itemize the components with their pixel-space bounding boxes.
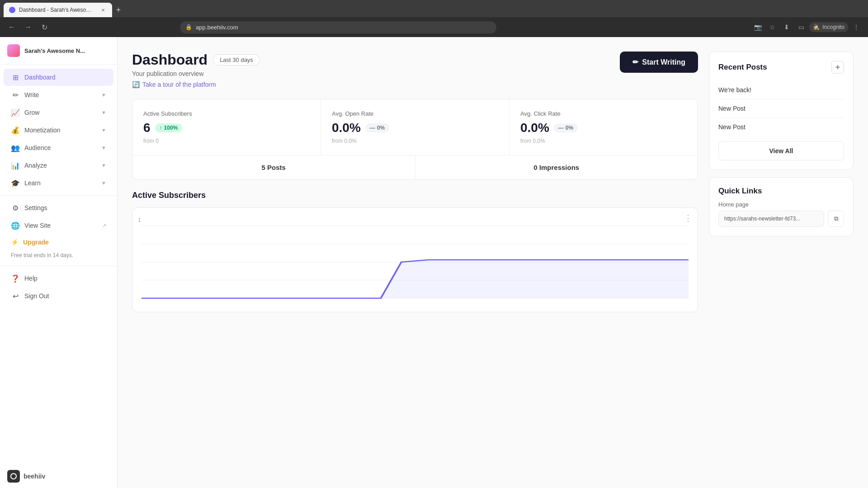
- sidebar-item-analyze[interactable]: 📊 Analyze ▼: [4, 157, 113, 174]
- publication-header[interactable]: Sarah's Awesome N...: [0, 37, 117, 65]
- tour-label: Take a tour of the platform: [142, 81, 216, 88]
- help-icon: ❓: [11, 274, 20, 283]
- sidebar-item-settings[interactable]: ⚙ Settings: [4, 199, 113, 216]
- copy-url-button[interactable]: ⧉: [828, 211, 844, 227]
- sidebar-item-label-view-site: View Site: [24, 222, 98, 229]
- tab-title: Dashboard - Sarah's Awesome N...: [19, 7, 96, 13]
- view-all-button[interactable]: View All: [718, 141, 844, 160]
- view-site-icon: 🌐: [11, 221, 20, 230]
- incognito-icon: 🕵: [813, 24, 820, 30]
- bookmark-icon[interactable]: ☆: [766, 21, 778, 33]
- main-content: Dashboard Last 30 days Your publication …: [118, 37, 868, 488]
- external-link-icon: ↗: [102, 223, 106, 229]
- sidebar-item-view-site[interactable]: 🌐 View Site ↗: [4, 217, 113, 234]
- avg-click-rate-badge-value: 0%: [566, 125, 573, 131]
- write-icon: ✏: [11, 90, 20, 99]
- active-subscribers-value-row: 6 ↑ 100%: [143, 121, 310, 135]
- post-item-2[interactable]: New Post: [718, 118, 844, 136]
- tab-bar: Dashboard - Sarah's Awesome N... ✕ +: [0, 0, 868, 17]
- avg-click-rate-badge: — 0%: [554, 123, 578, 132]
- active-tab[interactable]: Dashboard - Sarah's Awesome N... ✕: [4, 3, 112, 17]
- dashboard-header: Dashboard Last 30 days Your publication …: [132, 52, 698, 88]
- dashboard-title-row: Dashboard Last 30 days: [132, 52, 260, 68]
- sidebar-item-label-analyze: Analyze: [24, 162, 97, 169]
- sidebar-item-upgrade[interactable]: ⚡ Upgrade: [4, 235, 113, 250]
- menu-icon[interactable]: ⋮: [850, 21, 863, 33]
- posts-stat: 5 Posts: [132, 155, 415, 179]
- brand-icon: [7, 470, 20, 483]
- tour-icon: 🔄: [132, 81, 140, 88]
- sidebar-item-label-upgrade: Upgrade: [23, 239, 49, 246]
- chevron-down-icon-analyze: ▼: [101, 163, 106, 168]
- upgrade-icon: ⚡: [11, 239, 19, 246]
- sidebar-item-sign-out[interactable]: ↩ Sign Out: [4, 287, 113, 305]
- chevron-down-icon-monetization: ▼: [101, 127, 106, 133]
- new-tab-button[interactable]: +: [112, 4, 125, 16]
- post-item-0[interactable]: We're back!: [718, 81, 844, 99]
- quick-links-title: Quick Links: [718, 187, 844, 196]
- avg-open-rate-from: from 0.0%: [332, 138, 498, 144]
- trial-text: Free trial ends in 14 days.: [4, 250, 113, 262]
- start-writing-button[interactable]: ✏ Start Writing: [620, 52, 698, 73]
- tab-close-button[interactable]: ✕: [99, 6, 107, 14]
- sidebar-item-label-write: Write: [24, 91, 97, 99]
- forward-button[interactable]: →: [22, 21, 34, 33]
- sidebar-item-label-grow: Grow: [24, 109, 97, 116]
- chart-area: [142, 221, 689, 303]
- chart-card: 1 ⋮: [132, 207, 698, 312]
- browser-chrome: Dashboard - Sarah's Awesome N... ✕ + ← →…: [0, 0, 868, 37]
- dash-icon-2: —: [558, 125, 564, 131]
- home-page-url: https://sarahs-newsletter-fd73...: [718, 211, 824, 227]
- refresh-button[interactable]: ↻: [38, 21, 51, 33]
- arrow-up-icon: ↑: [160, 125, 162, 131]
- sidebar-item-learn[interactable]: 🎓 Learn ▼: [4, 174, 113, 192]
- active-subscribers-badge-value: 100%: [164, 125, 178, 131]
- cast-icon[interactable]: ▭: [795, 21, 807, 33]
- sidebar-item-audience[interactable]: 👥 Audience ▼: [4, 139, 113, 156]
- sidebar-item-help[interactable]: ❓ Help: [4, 270, 113, 287]
- chevron-down-icon-grow: ▼: [101, 110, 106, 115]
- main-left: Dashboard Last 30 days Your publication …: [132, 52, 698, 474]
- incognito-button[interactable]: 🕵 Incognito: [809, 22, 848, 32]
- url-bar[interactable]: 🔒 app.beehiiv.com: [180, 21, 496, 33]
- learn-icon: 🎓: [11, 178, 20, 188]
- dashboard-icon: ⊞: [11, 73, 20, 82]
- add-post-button[interactable]: +: [831, 61, 844, 74]
- avg-click-rate-value: 0.0%: [520, 121, 549, 135]
- tour-link[interactable]: 🔄 Take a tour of the platform: [132, 81, 260, 88]
- tab-favicon: [9, 7, 15, 13]
- monetization-icon: 💰: [11, 126, 20, 135]
- recent-posts-card: Recent Posts + We're back! New Post New …: [709, 52, 854, 170]
- download-icon[interactable]: ⬇: [780, 21, 793, 33]
- back-button[interactable]: ←: [5, 21, 18, 33]
- chevron-down-icon-audience: ▼: [101, 145, 106, 150]
- sidebar-item-monetization[interactable]: 💰 Monetization ▼: [4, 122, 113, 139]
- stats-bottom-row: 5 Posts 0 Impressions: [132, 155, 698, 179]
- sidebar-item-label-monetization: Monetization: [24, 127, 97, 134]
- sidebar-item-dashboard[interactable]: ⊞ Dashboard: [4, 69, 113, 86]
- sign-out-icon: ↩: [11, 291, 20, 300]
- incognito-label: Incognito: [822, 24, 844, 30]
- sidebar-item-write[interactable]: ✏ Write ▼: [4, 86, 113, 103]
- avg-open-rate-badge-value: 0%: [377, 125, 385, 131]
- active-subscribers-stat: Active Subscribers 6 ↑ 100% from 0: [132, 99, 321, 155]
- address-bar: ← → ↻ 🔒 app.beehiiv.com 📷 ☆ ⬇ ▭ 🕵 Incogn…: [0, 17, 868, 37]
- main-right: Recent Posts + We're back! New Post New …: [709, 52, 854, 474]
- publication-avatar: [7, 44, 20, 57]
- post-item-1[interactable]: New Post: [718, 99, 844, 118]
- url-text: app.beehiiv.com: [196, 24, 238, 31]
- chart-y-axis-label: 1: [138, 217, 141, 223]
- quick-links-card: Quick Links Home page https://sarahs-new…: [709, 177, 854, 236]
- chevron-down-icon-learn: ▼: [101, 180, 106, 186]
- posts-list: We're back! New Post New Post: [718, 81, 844, 136]
- pencil-icon: ✏: [632, 58, 638, 66]
- sidebar-item-label-dashboard: Dashboard: [24, 74, 106, 81]
- camera-icon[interactable]: 📷: [751, 21, 764, 33]
- chevron-down-icon: ▼: [101, 92, 106, 98]
- sidebar-item-grow[interactable]: 📈 Grow ▼: [4, 104, 113, 121]
- date-range-badge[interactable]: Last 30 days: [213, 54, 260, 66]
- sidebar-nav: ⊞ Dashboard ✏ Write ▼ 📈 Grow ▼ 💰 Monetiz…: [0, 65, 117, 465]
- avg-open-rate-value: 0.0%: [332, 121, 361, 135]
- active-subscribers-badge: ↑ 100%: [155, 123, 183, 132]
- home-page-row: https://sarahs-newsletter-fd73... ⧉: [718, 211, 844, 227]
